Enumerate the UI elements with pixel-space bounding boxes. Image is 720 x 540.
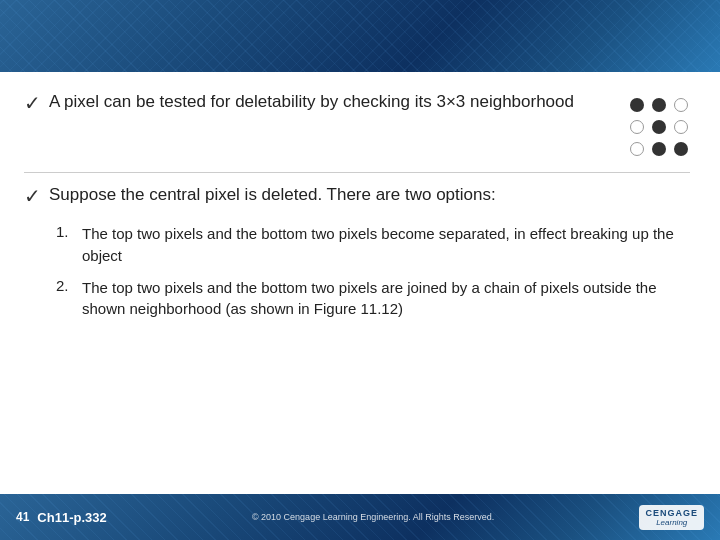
content-area: ✓ A pixel can be tested for deletability… (0, 72, 720, 494)
bullet-text-1: A pixel can be tested for deletability b… (49, 90, 574, 114)
item-number-1: 1. (56, 223, 74, 240)
slide-number: 41 (16, 510, 29, 524)
dot-2-2 (674, 142, 688, 156)
slide-container: 11.8 Skeletonization ✓ A pixel can be te… (0, 0, 720, 540)
cengage-brand: CENGAGE (645, 508, 698, 518)
item-text-1: The top two pixels and the bottom two pi… (82, 223, 690, 267)
neighborhood-grid (628, 96, 690, 158)
chapter-reference: Ch11-p.332 (37, 510, 106, 525)
dot-2-1 (652, 142, 666, 156)
dot-1-2 (674, 120, 688, 134)
list-item-2: 2. The top two pixels and the bottom two… (56, 277, 690, 321)
numbered-list: 1. The top two pixels and the bottom two… (56, 223, 690, 320)
cengage-logo: CENGAGE Learning (639, 505, 704, 530)
footer: 41 Ch11-p.332 © 2010 Cengage Learning En… (0, 494, 720, 540)
check-icon-1: ✓ (24, 90, 41, 116)
footer-left: 41 Ch11-p.332 (16, 510, 107, 525)
header-background (0, 0, 720, 72)
bullet-item-1: ✓ A pixel can be tested for deletability… (24, 90, 690, 158)
dot-0-1 (652, 98, 666, 112)
dot-2-0 (630, 142, 644, 156)
check-icon-2: ✓ (24, 183, 41, 209)
copyright-text: © 2010 Cengage Learning Engineering. All… (252, 511, 494, 524)
divider (24, 172, 690, 173)
dot-1-1 (652, 120, 666, 134)
dot-0-2 (674, 98, 688, 112)
dot-1-0 (630, 120, 644, 134)
dot-0-0 (630, 98, 644, 112)
learning-text: Learning (656, 518, 687, 527)
item-text-2: The top two pixels and the bottom two pi… (82, 277, 690, 321)
item-number-2: 2. (56, 277, 74, 294)
bullet-item-2: ✓ Suppose the central pixel is deleted. … (24, 183, 690, 209)
list-item-1: 1. The top two pixels and the bottom two… (56, 223, 690, 267)
bullet-text-2: Suppose the central pixel is deleted. Th… (49, 183, 496, 207)
